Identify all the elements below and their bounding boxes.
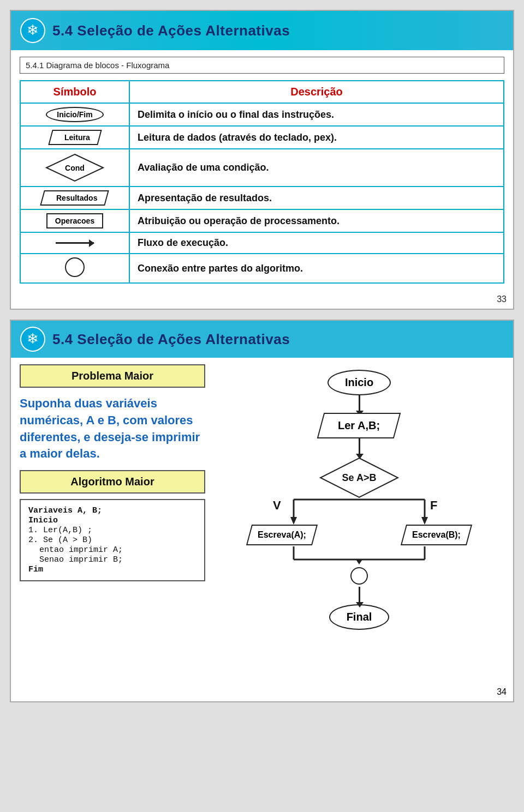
desc-cell-1: Delimita o início ou o final das instruç… <box>129 103 504 126</box>
fc-escreva-a: Escreva(A); <box>249 525 315 545</box>
slide1-header: ❄ 5.4 Seleção de Ações Alternativas <box>11 11 513 50</box>
slide-1: ❄ 5.4 Seleção de Ações Alternativas 5.4.… <box>10 10 514 310</box>
fc-diamond: Se A>B <box>318 456 400 500</box>
desc-cell-7: Conexão entre partes do algoritmo. <box>129 254 504 283</box>
page-number-1: 33 <box>11 292 513 309</box>
symbol-cell-1: Inicio/Fim <box>20 103 129 126</box>
fc-ler: Ler A,B; <box>317 413 401 438</box>
col-desc-header: Descrição <box>129 81 504 103</box>
parallelogram-shape: Leitura <box>48 130 102 145</box>
code-line-1: Variaveis A, B; <box>28 506 196 515</box>
fc-arrow-1 <box>359 395 360 412</box>
problem-text: Suponha duas variáveis numéricas, A e B,… <box>20 393 205 465</box>
algorithm-box-title: Algoritmo Maior <box>20 470 205 494</box>
desc-cell-4: Apresentação de resultados. <box>129 187 504 209</box>
oval-shape: Inicio/Fim <box>46 107 103 122</box>
rect-shape: Operacoes <box>46 213 103 228</box>
desc-cell-5: Atribuição ou operação de processamento. <box>129 209 504 232</box>
code-line-5: entao imprimir A; <box>28 545 196 555</box>
table-row: Operacoes Atribuição ou operação de proc… <box>20 209 504 232</box>
snowflake-icon-2: ❄ <box>20 326 46 352</box>
table-row: Fluxo de execução. <box>20 232 504 254</box>
code-line-7: Fim <box>28 565 196 574</box>
table-row: Inicio/Fim Delimita o início ou o final … <box>20 103 504 126</box>
diamond-shape: Cond <box>45 153 105 183</box>
desc-cell-3: Avaliação de uma condição. <box>129 149 504 187</box>
slide1-subtitle: 5.4.1 Diagrama de blocos - Fluxograma <box>20 57 504 74</box>
symbol-cell-4: Resultados <box>20 187 129 209</box>
code-line-4: 2. Se (A > B) <box>28 536 196 545</box>
svg-marker-11 <box>421 517 428 525</box>
code-line-2: Inicio <box>28 516 196 525</box>
problem-box-title: Problema Maior <box>20 364 205 388</box>
code-line-3: 1. Ler(A,B) ; <box>28 526 196 535</box>
flowchart-area: Inicio Ler A,B; Se A>B <box>214 364 504 678</box>
symbol-cell-6 <box>20 232 129 254</box>
svg-marker-8 <box>290 517 297 525</box>
svg-text:V: V <box>273 498 281 512</box>
fc-final: Final <box>329 604 390 630</box>
fc-escreva-b: Escreva(B); <box>403 525 469 545</box>
fc-connector <box>350 567 368 587</box>
svg-text:❄: ❄ <box>27 22 39 38</box>
connector-circle <box>350 567 368 585</box>
table-row: Leitura Leitura de dados (através do tec… <box>20 126 504 149</box>
snowflake-icon: ❄ <box>20 17 46 44</box>
svg-text:❄: ❄ <box>27 330 39 347</box>
desc-cell-6: Fluxo de execução. <box>129 232 504 254</box>
slide2-title: 5.4 Seleção de Ações Alternativas <box>52 331 290 348</box>
code-line-6: Senao imprimir B; <box>28 555 196 564</box>
fc-inicio: Inicio <box>327 370 391 395</box>
fc-cond-label: Se A>B <box>342 472 377 484</box>
circle-shape <box>65 257 85 277</box>
symbol-cell-7 <box>20 254 129 283</box>
slide2-header: ❄ 5.4 Seleção de Ações Alternativas <box>11 321 513 358</box>
parallelogram-shape-2: Resultados <box>40 190 110 206</box>
table-row: Resultados Apresentação de resultados. <box>20 187 504 209</box>
symbol-cell-3: Cond <box>20 149 129 187</box>
table-row: Conexão entre partes do algoritmo. <box>20 254 504 283</box>
table-row: Cond Avaliação de uma condição. <box>20 149 504 187</box>
col-symbol-header: Símbolo <box>20 81 129 103</box>
svg-marker-19 <box>356 560 362 564</box>
slide1-title: 5.4 Seleção de Ações Alternativas <box>52 22 290 39</box>
svg-text:F: F <box>430 498 437 512</box>
symbol-table: Símbolo Descrição Inicio/Fim Delimita o … <box>20 80 504 284</box>
slide-2: ❄ 5.4 Seleção de Ações Alternativas Prob… <box>10 320 514 702</box>
desc-cell-2: Leitura de dados (através do teclado, pe… <box>129 126 504 149</box>
page-number-2: 34 <box>11 685 513 701</box>
code-box: Variaveis A, B; Inicio 1. Ler(A,B) ; 2. … <box>20 499 205 581</box>
arrow-line <box>56 242 94 244</box>
arrow-shape <box>24 242 126 244</box>
slide2-body: Problema Maior Suponha duas variáveis nu… <box>11 358 513 685</box>
slide2-left-panel: Problema Maior Suponha duas variáveis nu… <box>20 364 205 678</box>
fc-arrow-final <box>359 587 360 603</box>
symbol-cell-2: Leitura <box>20 126 129 149</box>
symbol-cell-5: Operacoes <box>20 209 129 232</box>
fc-arrow-2 <box>359 438 360 455</box>
